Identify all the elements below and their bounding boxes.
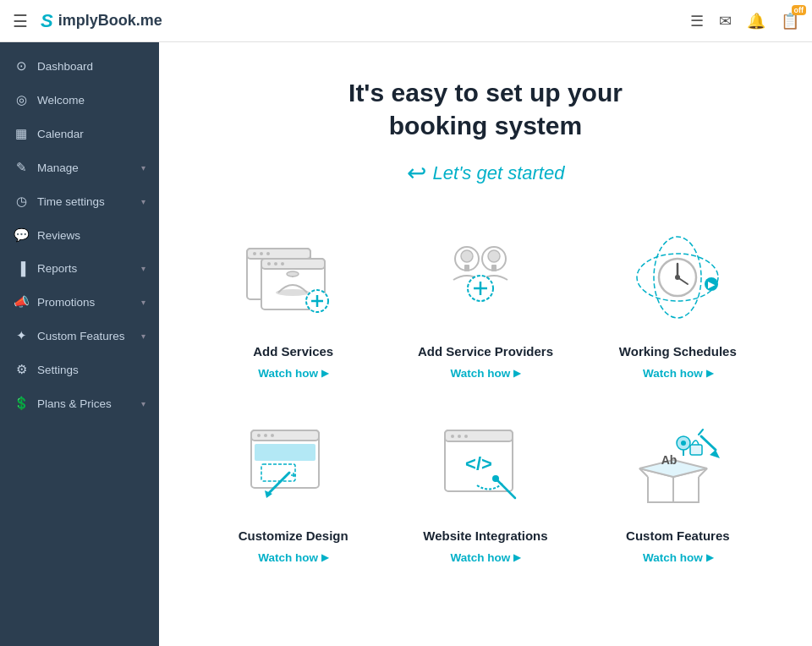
website-integrations-watch-label: Watch how <box>451 551 511 564</box>
svg-point-2 <box>253 252 256 255</box>
calendar-icon: ▦ <box>14 126 29 141</box>
website-integrations-play-arrow: ▶ <box>513 552 520 563</box>
svg-rect-1 <box>247 249 310 259</box>
subtitle: Let's get started <box>433 162 565 184</box>
add-service-providers-play-arrow: ▶ <box>513 368 520 379</box>
svg-marker-58 <box>710 450 720 458</box>
svg-point-37 <box>271 434 274 437</box>
working-schedules-watch-label: Watch how <box>643 367 703 380</box>
subtitle-wrap: ↩ Let's get started <box>210 159 761 187</box>
svg-point-4 <box>266 252 270 255</box>
feature-card-website-integrations: </> Website Integrations Watch how ▶ <box>402 413 568 564</box>
logo-text: implyBook.me <box>58 12 162 30</box>
time-settings-chevron: ▾ <box>141 197 145 206</box>
off-badge-icon[interactable]: 📋 off <box>781 12 799 30</box>
svg-point-47 <box>458 435 461 438</box>
reports-icon: ▐ <box>14 261 29 276</box>
svg-point-35 <box>257 434 261 437</box>
feature-grid: Add Services Watch how ▶ <box>210 229 761 564</box>
hamburger-icon[interactable]: ☰ <box>13 11 28 31</box>
feature-card-customize-design: Customize Design Watch how ▶ <box>210 413 376 564</box>
svg-point-9 <box>281 262 284 266</box>
svg-point-48 <box>464 435 468 438</box>
svg-text:▶: ▶ <box>708 280 716 289</box>
custom-features-icon: ✦ <box>14 328 29 343</box>
settings-icon: ⚙ <box>14 362 29 377</box>
svg-point-12 <box>287 271 299 276</box>
add-services-watch-how[interactable]: Watch how ▶ <box>258 367 328 380</box>
sidebar-item-settings[interactable]: ⚙ Settings <box>0 353 159 386</box>
custom-features-watch-label: Watch how <box>643 551 703 564</box>
add-services-play-arrow: ▶ <box>321 368 328 379</box>
promotions-icon: 📣 <box>14 294 29 309</box>
customize-design-play-arrow: ▶ <box>321 552 328 563</box>
email-icon[interactable]: ✉ <box>719 12 732 30</box>
svg-rect-6 <box>261 259 325 269</box>
bell-icon[interactable]: 🔔 <box>747 12 765 30</box>
sidebar-item-reports[interactable]: ▐ Reports ▾ <box>0 252 159 285</box>
customize-design-icon <box>234 413 353 515</box>
custom-features-chevron: ▾ <box>141 331 145 341</box>
sidebar-label-promotions: Promotions <box>37 296 95 309</box>
add-service-providers-watch-how[interactable]: Watch how ▶ <box>451 367 521 380</box>
website-integrations-title: Website Integrations <box>423 528 547 543</box>
custom-features-icon-wrap: Ab <box>618 413 737 515</box>
working-schedules-icon: ▶ <box>618 229 737 331</box>
svg-point-46 <box>451 435 454 438</box>
website-integrations-watch-how[interactable]: Watch how ▶ <box>451 551 521 564</box>
sidebar-item-time-settings[interactable]: ◷ Time settings ▾ <box>0 184 159 218</box>
working-schedules-watch-how[interactable]: Watch how ▶ <box>643 367 713 380</box>
page-title-line1: It's easy to set up your <box>348 79 623 107</box>
customize-design-title: Customize Design <box>239 528 348 543</box>
page-title: It's easy to set up your booking system <box>210 76 761 142</box>
off-badge: off <box>792 5 807 15</box>
add-services-watch-label: Watch how <box>258 367 318 380</box>
manage-icon: ✎ <box>14 160 29 175</box>
customize-design-watch-how[interactable]: Watch how ▶ <box>258 551 328 564</box>
svg-point-8 <box>274 262 277 266</box>
logo: SimplyBook.me <box>41 10 162 32</box>
sidebar-item-calendar[interactable]: ▦ Calendar <box>0 117 159 151</box>
svg-rect-45 <box>445 430 513 441</box>
promotions-chevron: ▾ <box>141 298 145 307</box>
add-services-icon <box>234 229 353 331</box>
svg-rect-21 <box>491 265 497 271</box>
svg-rect-34 <box>251 430 319 441</box>
svg-point-3 <box>260 252 263 255</box>
arrow-icon: ↩ <box>407 159 426 187</box>
sidebar-label-reports: Reports <box>37 262 77 275</box>
sidebar-item-manage[interactable]: ✎ Manage ▾ <box>0 151 159 184</box>
add-service-providers-icon <box>426 229 545 331</box>
sidebar-item-reviews[interactable]: 💬 Reviews <box>0 218 159 252</box>
sidebar-item-welcome[interactable]: ◎ Welcome <box>0 83 159 117</box>
feature-card-working-schedules: ▶ Working Schedules Watch how ▶ <box>595 229 761 380</box>
feature-card-add-services: Add Services Watch how ▶ <box>210 229 376 380</box>
svg-rect-20 <box>464 265 469 271</box>
welcome-icon: ◎ <box>14 92 29 107</box>
add-service-providers-title: Add Service Providers <box>418 344 553 359</box>
svg-point-51 <box>492 475 499 482</box>
feature-card-custom-features: Ab Custom Features Watch how ▶ <box>595 413 761 564</box>
custom-features-watch-how[interactable]: Watch how ▶ <box>643 551 713 564</box>
sidebar-label-time-settings: Time settings <box>37 195 105 208</box>
menu-icon[interactable]: ☰ <box>690 12 704 30</box>
svg-point-17 <box>461 250 473 262</box>
website-integrations-icon: </> <box>426 413 545 515</box>
svg-text:Ab: Ab <box>661 453 678 467</box>
sidebar-item-custom-features[interactable]: ✦ Custom Features ▾ <box>0 319 159 353</box>
sidebar-label-custom-features: Custom Features <box>37 330 125 342</box>
feature-card-add-service-providers: Add Service Providers Watch how ▶ <box>402 229 568 380</box>
sidebar-item-plans-prices[interactable]: 💲 Plans & Prices ▾ <box>0 386 159 420</box>
header: ☰ SimplyBook.me ☰ ✉ 🔔 📋 off <box>0 0 812 42</box>
svg-point-7 <box>267 262 271 266</box>
sidebar-item-dashboard[interactable]: ⊙ Dashboard <box>0 49 159 83</box>
logo-s: S <box>41 10 53 32</box>
sidebar-label-welcome: Welcome <box>37 94 85 107</box>
custom-features-play-arrow: ▶ <box>706 552 713 563</box>
time-settings-icon: ◷ <box>14 194 29 209</box>
sidebar-label-calendar: Calendar <box>37 128 84 140</box>
sidebar-item-promotions[interactable]: 📣 Promotions ▾ <box>0 285 159 319</box>
svg-line-57 <box>701 436 716 450</box>
working-schedules-title: Working Schedules <box>619 344 737 359</box>
add-service-providers-watch-label: Watch how <box>451 367 511 380</box>
